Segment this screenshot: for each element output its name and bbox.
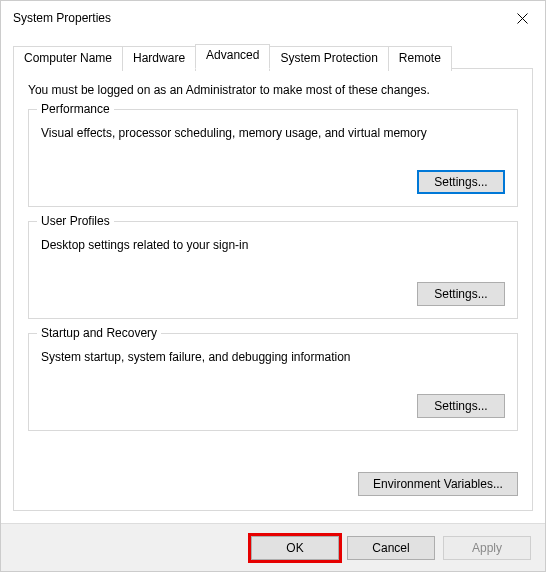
startup-recovery-settings-button[interactable]: Settings...: [417, 394, 505, 418]
system-properties-window: System Properties Computer Name Hardware…: [0, 0, 546, 572]
tab-computer-name[interactable]: Computer Name: [13, 46, 123, 71]
close-icon: [517, 13, 528, 24]
close-button[interactable]: [499, 1, 545, 35]
environment-variables-button[interactable]: Environment Variables...: [358, 472, 518, 496]
tab-remote[interactable]: Remote: [388, 46, 452, 71]
group-user-profiles-desc: Desktop settings related to your sign-in: [41, 238, 505, 252]
group-user-profiles-title: User Profiles: [37, 214, 114, 228]
window-title: System Properties: [13, 11, 111, 25]
group-performance: Performance Visual effects, processor sc…: [28, 109, 518, 207]
dialog-body: Computer Name Hardware Advanced System P…: [1, 35, 545, 523]
cancel-button[interactable]: Cancel: [347, 536, 435, 560]
group-user-profiles: User Profiles Desktop settings related t…: [28, 221, 518, 319]
ok-button[interactable]: OK: [251, 536, 339, 560]
group-startup-recovery-title: Startup and Recovery: [37, 326, 161, 340]
dialog-button-bar: OK Cancel Apply: [1, 523, 545, 571]
admin-required-text: You must be logged on as an Administrato…: [28, 83, 518, 97]
user-profiles-settings-button[interactable]: Settings...: [417, 282, 505, 306]
tab-hardware[interactable]: Hardware: [122, 46, 196, 71]
tab-advanced[interactable]: Advanced: [195, 44, 270, 69]
performance-settings-button[interactable]: Settings...: [417, 170, 505, 194]
apply-button[interactable]: Apply: [443, 536, 531, 560]
group-startup-recovery-desc: System startup, system failure, and debu…: [41, 350, 505, 364]
group-performance-desc: Visual effects, processor scheduling, me…: [41, 126, 505, 140]
tab-system-protection[interactable]: System Protection: [269, 46, 388, 71]
group-performance-title: Performance: [37, 102, 114, 116]
tab-strip: Computer Name Hardware Advanced System P…: [13, 44, 533, 69]
titlebar: System Properties: [1, 1, 545, 35]
group-startup-recovery: Startup and Recovery System startup, sys…: [28, 333, 518, 431]
tab-panel-advanced: You must be logged on as an Administrato…: [13, 68, 533, 511]
